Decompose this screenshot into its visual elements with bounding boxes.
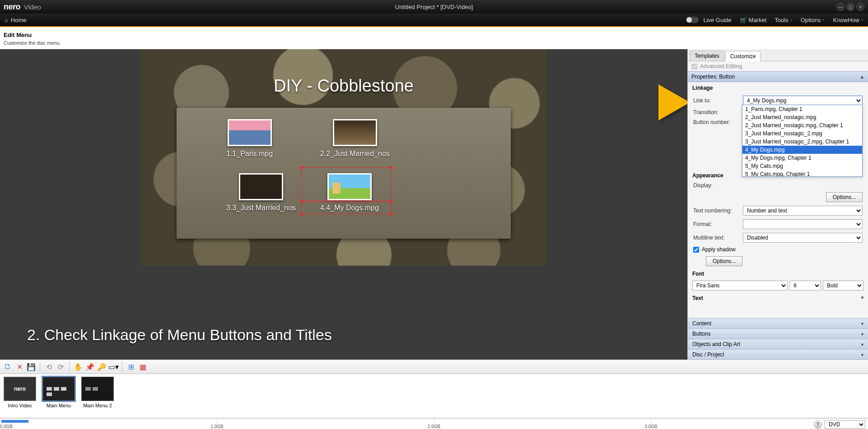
hand-icon[interactable]: ✋ [73,362,83,372]
thumb-intro-video[interactable]: nero Intro Video [4,377,36,408]
multiline-select[interactable]: Disabled [743,233,863,243]
live-guide-toggle[interactable]: Live Guide [686,17,731,23]
thumb-main-menu-2[interactable]: Main Menu 2 [81,377,114,408]
market-button[interactable]: 🛒Market [740,17,767,23]
home-icon[interactable]: ⌂ [5,17,8,23]
menu-button-3[interactable]: 3.3_Just Married_nos [226,173,296,212]
link-to-dropdown[interactable]: 1_Paris.mpg, Chapter 1 2_Just Married_no… [742,105,863,177]
selection-box-label[interactable] [301,202,392,214]
link-option[interactable]: 2_Just Married_nostagic.mpg, Chapter 1 [742,121,862,129]
link-option[interactable]: 1_Paris.mpg, Chapter 1 [742,105,862,113]
redo-icon[interactable]: ⟳ [56,362,65,372]
editor-toolbar: 🗋 ✕ 💾 ⟲ ⟳ ✋ 📌 🔑 ▭▾ ⊞ ▦ [0,360,868,374]
layers-icon[interactable]: ▭▾ [108,362,118,372]
undo-icon[interactable]: ⟲ [44,362,54,372]
link-option[interactable]: 3_Just Married_nostagic_2.mpg [742,129,862,138]
thumb-main-menu[interactable]: Main Menu [42,377,75,408]
menu-button-1[interactable]: 1.1_Paris.mpg [226,119,273,158]
key-icon[interactable]: 🔑 [97,362,107,372]
grid-icon[interactable]: ▦ [138,362,148,372]
tools-menu[interactable]: Tools ▾ [775,17,792,23]
accordion-content[interactable]: Content▾ [688,318,868,328]
apply-shadow-checkbox[interactable] [693,247,699,253]
menu-stage[interactable]: DIY - Cobblestone 1.1_Paris.mpg 2.2_Just… [140,49,547,266]
minimize-icon[interactable]: — [836,3,845,11]
menu-button-2[interactable]: 2.2_Just Married_nos [320,119,390,158]
page-title: Edit Menu [0,27,868,40]
accordion-buttons[interactable]: Buttons▾ [688,328,868,339]
tab-customize[interactable]: Customize [725,51,761,61]
home-button[interactable]: Home [11,17,27,23]
app-subtitle: Video [24,3,41,11]
font-header: Font [688,268,868,279]
display-label: Display: [693,182,743,189]
display-options-button[interactable]: Options... [826,192,863,202]
titlebar: nero Video Untitled Project * [DVD-Video… [0,0,868,14]
collapse-icon: ▲ [860,74,864,79]
maximize-icon[interactable]: ◱ [846,3,854,11]
link-to-select[interactable]: 4_My Dogs.mpg [743,96,863,106]
linkage-header: Linkage [688,82,868,93]
help-icon[interactable]: ? [814,420,822,429]
new-icon[interactable]: 🗋 [3,362,13,372]
link-option[interactable]: 2_Just Married_nostagic.mpg [742,113,862,121]
text-numbering-label: Text numbering: [693,208,743,214]
delete-icon[interactable]: ✕ [14,362,24,372]
font-family-select[interactable]: Fira Sans [692,281,788,291]
transition-label: Transition: [693,109,743,115]
link-option-selected[interactable]: 4_My Dogs.mpg [742,146,862,154]
text-numbering-select[interactable]: Number and text [743,206,863,216]
save-icon[interactable]: 💾 [26,362,36,372]
shadow-options-button[interactable]: Options... [706,256,742,266]
cart-icon: 🛒 [740,17,747,23]
accordion-disc[interactable]: Disc / Project▾ [688,349,868,360]
side-panel: Templates Customize Advanced Editing Pro… [687,49,868,360]
link-option[interactable]: 5_My Cats.mpg, Chapter 1 [742,170,862,177]
advanced-editing-label: Advanced Editing [700,63,742,69]
options-menu[interactable]: Options ▾ [801,17,825,23]
disc-type-select[interactable]: DVD [825,420,865,429]
menu-thumbnails: nero Intro Video Main Menu Main Menu 2 [0,374,868,418]
link-to-label: Link to: [693,97,743,104]
knowhow-menu[interactable]: KnowHow ▾ [833,17,863,23]
project-title: Untitled Project * [DVD-Video] [395,4,473,10]
tutorial-overlay-text: 2. Check Linkage of Menu Buttons and Tit… [27,326,332,344]
properties-header[interactable]: Properties: Button▲ [688,71,868,82]
link-option[interactable]: 5_My Cats.mpg [742,162,862,170]
capacity-meter: 0.0GB 1.0GB 2.0GB 3.0GB 4.0GB ? DVD [0,418,868,429]
menubar: ⌂ Home Live Guide 🛒Market Tools ▾ Option… [0,14,868,27]
menu-title[interactable]: DIY - Cobblestone [140,76,547,96]
preview-area: DIY - Cobblestone 1.1_Paris.mpg 2.2_Just… [0,49,687,360]
link-option[interactable]: 3_Just Married_nostagic_2.mpg, Chapter 1 [742,138,862,146]
format-label: Format: [693,221,743,227]
format-select[interactable] [743,219,863,229]
button-number-label: Button number: [693,119,743,125]
selection-box[interactable] [301,167,392,201]
advanced-editing-checkbox[interactable] [691,64,697,69]
thumb-paris-icon [228,119,272,146]
page-description: Customize the disc menu. [0,40,868,49]
multiline-label: Multiline text: [693,235,743,241]
hierarchy-icon[interactable]: ⊞ [126,362,136,372]
thumb-married-icon [333,119,377,146]
capacity-used-bar [1,420,28,423]
pin-icon[interactable]: 📌 [85,362,95,372]
thumb-married2-icon [239,173,283,200]
close-icon[interactable]: ✕ [856,3,864,11]
tutorial-arrow-icon [658,84,687,120]
font-size-select[interactable]: 8 [789,281,821,291]
brand-logo: nero [4,2,20,12]
text-header: Text▾ [688,292,868,303]
accordion-objects[interactable]: Objects and Clip Art▾ [688,339,868,349]
apply-shadow-label: Apply shadow [702,246,736,253]
font-weight-select[interactable]: Bold [823,281,863,291]
link-option[interactable]: 4_My Dogs.mpg, Chapter 1 [742,154,862,162]
tab-templates[interactable]: Templates [690,51,724,61]
